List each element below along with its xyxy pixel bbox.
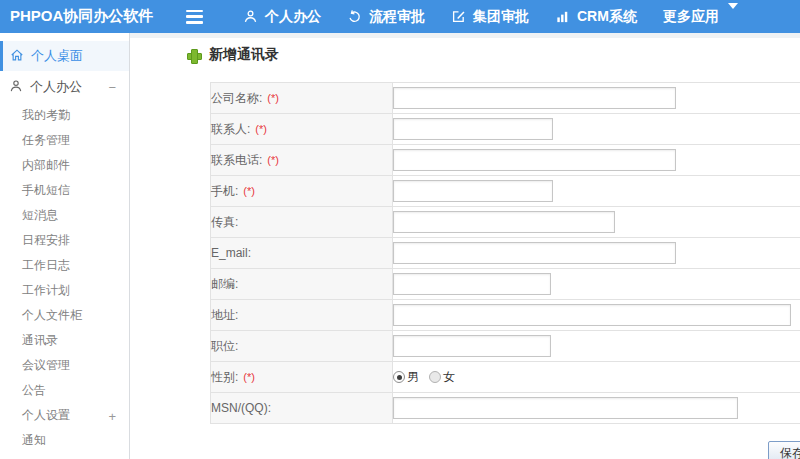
nav-item-label: 更多应用	[663, 8, 719, 26]
field-value-cell-email	[393, 238, 800, 269]
field-label-text: 手机:	[211, 184, 238, 198]
sidebar-item-tasks[interactable]: 任务管理	[0, 128, 129, 153]
collapse-minus-icon[interactable]: −	[108, 81, 116, 94]
sidebar-item-label: 短消息	[22, 208, 58, 222]
expand-plus-icon[interactable]: +	[108, 409, 116, 422]
form-row-fax: 传真:	[211, 207, 800, 238]
required-mark: (*)	[243, 371, 255, 383]
sidebar: 个人桌面 个人办公 − 我的考勤任务管理内部邮件手机短信短消息日程安排工作日志工…	[0, 33, 130, 459]
home-icon	[10, 48, 24, 65]
field-value-cell-fax	[393, 207, 800, 238]
postcode-input[interactable]	[393, 273, 551, 295]
radio-option-label: 女	[443, 369, 455, 386]
form-row-company-name: 公司名称:(*)	[211, 83, 800, 114]
form-row-position: 职位:	[211, 331, 800, 362]
mobile-input[interactable]	[393, 180, 553, 202]
field-label-text: 公司名称:	[211, 91, 262, 105]
sidebar-item-contacts[interactable]: 通讯录	[0, 328, 129, 353]
sidebar-item-internal-mail[interactable]: 内部邮件	[0, 153, 129, 178]
form-row-email: E_mail:	[211, 238, 800, 269]
field-label-fax: 传真:	[211, 207, 393, 238]
user-icon	[243, 9, 258, 24]
sidebar-item-notices[interactable]: 通知	[0, 428, 129, 453]
gender-radio-group: 男女	[393, 369, 800, 386]
page-title-row: 新增通讯录	[187, 47, 800, 63]
sidebar-submenu: 我的考勤任务管理内部邮件手机短信短消息日程安排工作日志工作计划个人文件柜通讯录会…	[0, 103, 129, 453]
radio-option-label: 男	[407, 369, 419, 386]
app-window: PHPOA协同办公软件 个人办公流程审批集团审批CRM系统更多应用 个人桌面 个…	[0, 0, 800, 459]
required-mark: (*)	[267, 154, 279, 166]
contact-person-input[interactable]	[393, 118, 553, 140]
sidebar-item-label: 通知	[22, 433, 46, 447]
field-label-text: MSN/(QQ):	[211, 401, 271, 415]
hamburger-icon[interactable]	[186, 10, 206, 24]
radio-button-icon[interactable]	[393, 371, 405, 383]
form-row-mobile: 手机:(*)	[211, 176, 800, 207]
form-row-contact-phone: 联系电话:(*)	[211, 145, 800, 176]
form-row-address: 地址:	[211, 300, 800, 331]
nav-item-more-apps[interactable]: 更多应用	[650, 0, 751, 33]
sidebar-item-schedule[interactable]: 日程安排	[0, 228, 129, 253]
email-input[interactable]	[393, 242, 676, 264]
nav-item-personal-office[interactable]: 个人办公	[230, 0, 334, 33]
field-label-text: 联系电话:	[211, 153, 262, 167]
sidebar-item-label: 会议管理	[22, 358, 70, 372]
form-row-postcode: 邮编:	[211, 269, 800, 300]
sidebar-item-label: 公告	[22, 383, 46, 397]
gender-option-0[interactable]: 男	[393, 369, 419, 386]
position-input[interactable]	[393, 335, 551, 357]
fax-input[interactable]	[393, 211, 615, 233]
sidebar-item-work-plan[interactable]: 工作计划	[0, 278, 129, 303]
sidebar-item-settings[interactable]: 个人设置+	[0, 403, 129, 428]
sidebar-item-file-cabinet[interactable]: 个人文件柜	[0, 303, 129, 328]
sidebar-item-label: 工作日志	[22, 258, 70, 272]
field-label-text: E_mail:	[211, 246, 251, 260]
field-label-position: 职位:	[211, 331, 393, 362]
content-top-strip	[130, 33, 800, 38]
form-row-msn-qq: MSN/(QQ):	[211, 393, 800, 424]
field-value-cell-mobile	[393, 176, 800, 207]
sidebar-item-label: 个人桌面	[31, 47, 83, 65]
field-value-cell-address	[393, 300, 800, 331]
gender-option-1[interactable]: 女	[429, 369, 455, 386]
sidebar-item-announcements[interactable]: 公告	[0, 378, 129, 403]
save-button[interactable]: 保存	[768, 441, 800, 459]
sidebar-item-sms[interactable]: 手机短信	[0, 178, 129, 203]
field-label-text: 性别:	[211, 370, 238, 384]
top-header: PHPOA协同办公软件 个人办公流程审批集团审批CRM系统更多应用	[0, 0, 800, 33]
sidebar-item-label: 个人设置	[22, 408, 70, 422]
field-label-text: 职位:	[211, 339, 238, 353]
sidebar-item-short-message[interactable]: 短消息	[0, 203, 129, 228]
nav-item-label: CRM系统	[577, 8, 637, 26]
sidebar-item-desktop[interactable]: 个人桌面	[0, 41, 129, 71]
page-title: 新增通讯录	[209, 46, 279, 64]
sidebar-item-label: 手机短信	[22, 183, 70, 197]
nav-item-workflow-approval[interactable]: 流程审批	[334, 0, 438, 33]
caret-down-icon	[726, 9, 738, 25]
contact-phone-input[interactable]	[393, 149, 676, 171]
sidebar-item-office[interactable]: 个人办公 −	[0, 73, 129, 101]
form-row-contact-person: 联系人:(*)	[211, 114, 800, 145]
field-label-company-name: 公司名称:(*)	[211, 83, 393, 114]
sidebar-item-meetings[interactable]: 会议管理	[0, 353, 129, 378]
company-name-input[interactable]	[393, 87, 676, 109]
sidebar-item-label: 任务管理	[22, 133, 70, 147]
nav-item-label: 个人办公	[265, 8, 321, 26]
nav-item-group-approval[interactable]: 集团审批	[438, 0, 542, 33]
nav-item-crm-system[interactable]: CRM系统	[542, 0, 650, 33]
sidebar-item-work-log[interactable]: 工作日志	[0, 253, 129, 278]
nav-item-label: 集团审批	[473, 8, 529, 26]
body-row: 个人桌面 个人办公 − 我的考勤任务管理内部邮件手机短信短消息日程安排工作日志工…	[0, 33, 800, 459]
field-value-cell-msn-qq	[393, 393, 800, 424]
required-mark: (*)	[267, 92, 279, 104]
radio-button-icon[interactable]	[429, 371, 441, 383]
msn-qq-input[interactable]	[393, 397, 738, 419]
app-logo: PHPOA协同办公软件	[0, 7, 170, 26]
field-value-cell-company-name	[393, 83, 800, 114]
main-content: 新增通讯录 公司名称:(*)联系人:(*)联系电话:(*)手机:(*)传真:E_…	[130, 33, 800, 459]
field-label-mobile: 手机:(*)	[211, 176, 393, 207]
field-value-cell-contact-phone	[393, 145, 800, 176]
add-plus-icon	[187, 49, 200, 62]
sidebar-item-attendance[interactable]: 我的考勤	[0, 103, 129, 128]
address-input[interactable]	[393, 304, 791, 326]
